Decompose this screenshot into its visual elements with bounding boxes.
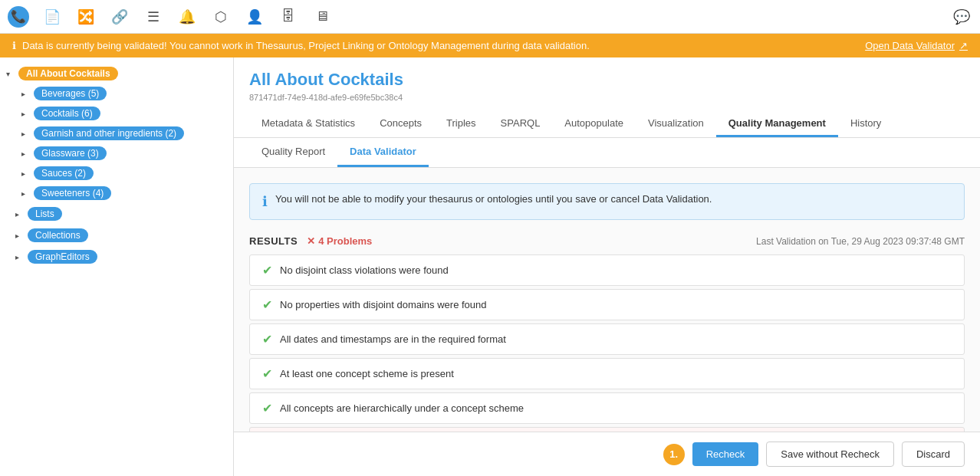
step-badge: 1. xyxy=(663,444,685,465)
sidebar-item-glassware[interactable]: ▸ Glassware (3) xyxy=(0,143,233,163)
external-link-icon: ↗ xyxy=(959,40,968,51)
results-label: RESULTS xyxy=(249,235,298,247)
result-text-5: All concepts are hierarchically under a … xyxy=(280,402,952,414)
sidebar-item-lists[interactable]: ▸ Lists xyxy=(0,203,233,225)
content-area: All About Cocktails 871471df-74e9-418d-a… xyxy=(234,57,980,476)
check-icon-1: ✔ xyxy=(262,263,272,277)
banner-message: Data is currently being validated! You c… xyxy=(22,40,590,51)
sidebar-item-cocktails[interactable]: ▸ Cocktails (6) xyxy=(0,103,233,123)
check-icon-2: ✔ xyxy=(262,297,272,312)
sidebar-item-collections[interactable]: ▸ Collections xyxy=(0,225,233,246)
sub-tab-data-validator[interactable]: Data Validator xyxy=(337,138,429,167)
body-content: ℹ You will not be able to modify your th… xyxy=(234,168,980,432)
lists-badge[interactable]: Lists xyxy=(28,207,62,221)
banner-info-icon: ℹ xyxy=(12,40,16,51)
info-circle-icon: ℹ xyxy=(262,193,268,210)
beverages-badge[interactable]: Beverages (5) xyxy=(34,87,107,100)
phone-icon[interactable]: 📞 xyxy=(8,6,29,28)
tab-history[interactable]: History xyxy=(838,111,893,137)
page-title: All About Cocktails xyxy=(249,70,965,90)
toolbar: 📞 📄 🔀 🔗 ☰ 🔔 ⬡ 👤 🗄 🖥 💬 xyxy=(0,0,980,34)
comment-icon[interactable]: 💬 xyxy=(951,6,972,28)
cocktails-badge[interactable]: Cocktails (6) xyxy=(34,107,100,120)
server-icon[interactable]: 🖥 xyxy=(311,6,333,28)
list-icon[interactable]: ☰ xyxy=(143,6,164,28)
result-row-5: ✔ All concepts are hierarchically under … xyxy=(249,392,965,424)
tab-sparql[interactable]: SPARQL xyxy=(488,111,553,137)
grapheditors-toggle-icon[interactable]: ▸ xyxy=(15,253,26,261)
garnish-toggle-icon[interactable]: ▸ xyxy=(21,130,32,138)
glassware-toggle-icon[interactable]: ▸ xyxy=(21,149,32,158)
org-icon[interactable]: ⬡ xyxy=(210,6,232,28)
tab-quality-management[interactable]: Quality Management xyxy=(716,111,838,137)
save-without-recheck-button[interactable]: Save without Recheck xyxy=(766,442,894,467)
open-data-validator-link[interactable]: Open Data Validator ↗ xyxy=(865,40,968,51)
result-row-4: ✔ At least one concept scheme is present xyxy=(249,358,965,389)
discard-button[interactable]: Discard xyxy=(902,442,965,467)
sidebar-item-grapheditors[interactable]: ▸ GraphEditors xyxy=(0,246,233,268)
tab-triples[interactable]: Triples xyxy=(434,111,488,137)
person-icon[interactable]: 👤 xyxy=(244,6,265,28)
x-problems-icon: ✕ xyxy=(307,235,315,247)
lists-toggle-icon[interactable]: ▸ xyxy=(15,210,26,218)
sweeteners-badge[interactable]: Sweeteners (4) xyxy=(34,186,111,200)
content-header: All About Cocktails 871471df-74e9-418d-a… xyxy=(234,57,980,138)
grapheditors-badge[interactable]: GraphEditors xyxy=(28,250,97,264)
root-toggle-icon[interactable]: ▾ xyxy=(6,70,17,78)
tab-autopopulate[interactable]: Autopopulate xyxy=(552,111,636,137)
results-header: RESULTS ✕ 4 Problems Last Validation on … xyxy=(249,235,965,247)
banner-message-area: ℹ Data is currently being validated! You… xyxy=(12,40,590,51)
footer: 1. Recheck Save without Recheck Discard xyxy=(234,432,980,476)
check-icon-4: ✔ xyxy=(262,366,272,381)
tab-bar: Metadata & Statistics Concepts Triples S… xyxy=(249,111,965,137)
tab-visualization[interactable]: Visualization xyxy=(636,111,716,137)
check-icon-3: ✔ xyxy=(262,332,272,346)
sidebar-item-beverages[interactable]: ▸ Beverages (5) xyxy=(0,84,233,103)
cocktails-toggle-icon[interactable]: ▸ xyxy=(21,110,32,118)
database-icon[interactable]: 🗄 xyxy=(278,6,299,28)
glassware-badge[interactable]: Glassware (3) xyxy=(34,146,107,160)
link-icon[interactable]: 🔗 xyxy=(109,6,130,28)
garnish-badge[interactable]: Garnish and other ingredients (2) xyxy=(34,126,184,140)
result-row-3: ✔ All dates and timestamps are in the re… xyxy=(249,323,965,355)
result-text-2: No properties with disjoint domains were… xyxy=(280,299,952,310)
sidebar-item-garnish[interactable]: ▸ Garnish and other ingredients (2) xyxy=(0,123,233,143)
sauces-toggle-icon[interactable]: ▸ xyxy=(21,169,32,178)
tree-icon[interactable]: 🔀 xyxy=(75,6,97,28)
problems-count: 4 Problems xyxy=(318,235,372,247)
beverages-toggle-icon[interactable]: ▸ xyxy=(21,90,32,98)
result-text-1: No disjoint class violations were found xyxy=(280,264,952,276)
collections-badge[interactable]: Collections xyxy=(28,228,88,242)
result-row-1: ✔ No disjoint class violations were foun… xyxy=(249,254,965,286)
sub-tab-quality-report[interactable]: Quality Report xyxy=(249,138,337,167)
result-row-2: ✔ No properties with disjoint domains we… xyxy=(249,289,965,320)
sidebar-item-sweeteners[interactable]: ▸ Sweeteners (4) xyxy=(0,183,233,203)
problems-badge: ✕ 4 Problems xyxy=(307,235,372,247)
collections-toggle-icon[interactable]: ▸ xyxy=(15,231,26,240)
sidebar-item-sauces[interactable]: ▸ Sauces (2) xyxy=(0,163,233,183)
tab-concepts[interactable]: Concepts xyxy=(367,111,434,137)
result-text-3: All dates and timestamps are in the requ… xyxy=(280,333,952,345)
bell-icon[interactable]: 🔔 xyxy=(176,6,198,28)
result-text-4: At least one concept scheme is present xyxy=(280,368,952,379)
document-icon[interactable]: 📄 xyxy=(41,6,63,28)
validation-banner: ℹ Data is currently being validated! You… xyxy=(0,34,980,57)
sweeteners-toggle-icon[interactable]: ▸ xyxy=(21,189,32,198)
validation-time: Last Validation on Tue, 29 Aug 2023 09:3… xyxy=(756,236,965,247)
tab-metadata[interactable]: Metadata & Statistics xyxy=(249,111,367,137)
sidebar-root-item[interactable]: ▾ All About Cocktails xyxy=(0,64,233,84)
open-data-validator-label[interactable]: Open Data Validator xyxy=(865,40,955,51)
sauces-badge[interactable]: Sauces (2) xyxy=(34,166,94,180)
sidebar: ▾ All About Cocktails ▸ Beverages (5) ▸ … xyxy=(0,57,234,476)
check-icon-5: ✔ xyxy=(262,401,272,415)
page-uuid: 871471df-74e9-418d-afe9-e69fe5bc38c4 xyxy=(249,93,965,102)
info-message: You will not be able to modify your thes… xyxy=(275,193,712,205)
root-badge[interactable]: All About Cocktails xyxy=(18,67,118,80)
info-banner: ℹ You will not be able to modify your th… xyxy=(249,183,965,220)
sub-tab-bar: Quality Report Data Validator xyxy=(234,138,980,168)
main-layout: ▾ All About Cocktails ▸ Beverages (5) ▸ … xyxy=(0,57,980,476)
recheck-button[interactable]: Recheck xyxy=(692,442,759,466)
